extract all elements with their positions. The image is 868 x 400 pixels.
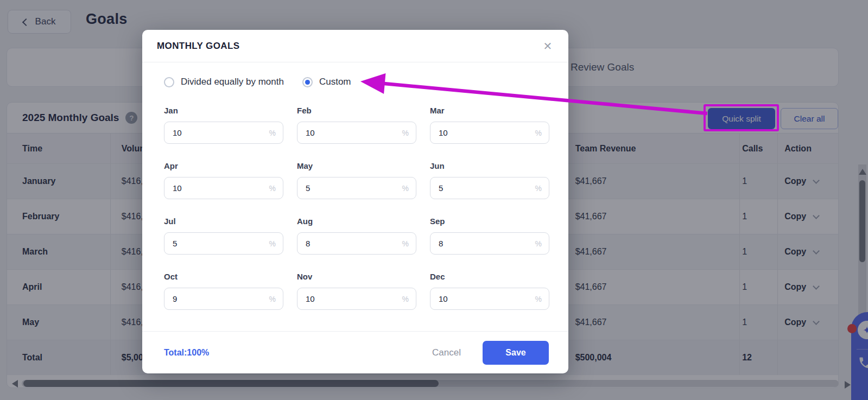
month-input-wrap: % bbox=[430, 288, 549, 310]
cancel-button[interactable]: Cancel bbox=[432, 347, 461, 358]
radio-selected-icon bbox=[302, 77, 313, 87]
month-label: Nov bbox=[297, 272, 416, 281]
month-field: Feb % bbox=[297, 106, 416, 144]
percent-suffix: % bbox=[535, 295, 542, 303]
percent-suffix: % bbox=[269, 239, 276, 248]
monthly-goals-modal: MONTHLY GOALS ✕ Divided equally by month… bbox=[142, 30, 568, 373]
month-input-wrap: % bbox=[430, 122, 549, 144]
month-input-wrap: % bbox=[297, 232, 416, 255]
month-input-wrap: % bbox=[297, 288, 416, 310]
month-label: Feb bbox=[297, 106, 416, 115]
month-field: Aug % bbox=[297, 217, 416, 255]
month-grid: Jan % Feb % Mar % Apr % May % bbox=[164, 106, 568, 327]
month-field: Apr % bbox=[164, 161, 283, 199]
month-percent-input[interactable] bbox=[297, 288, 416, 310]
month-percent-input[interactable] bbox=[430, 177, 549, 199]
month-label: Mar bbox=[430, 106, 549, 115]
month-percent-input[interactable] bbox=[430, 288, 549, 310]
month-percent-input[interactable] bbox=[430, 122, 549, 144]
month-field: Nov % bbox=[297, 272, 416, 310]
total-percentage-label: Total:100% bbox=[164, 348, 432, 358]
modal-footer: Total:100% Cancel Save bbox=[142, 331, 568, 373]
month-field: Jul % bbox=[164, 217, 283, 255]
radio-unselected-icon bbox=[164, 77, 174, 87]
month-input-wrap: % bbox=[164, 232, 283, 255]
month-input-wrap: % bbox=[297, 177, 416, 199]
month-percent-input[interactable] bbox=[297, 122, 416, 144]
month-percent-input[interactable] bbox=[164, 177, 283, 199]
divided-equally-radio[interactable]: Divided equally by month bbox=[164, 77, 284, 87]
month-label: Aug bbox=[297, 217, 416, 226]
month-label: May bbox=[297, 161, 416, 170]
month-input-wrap: % bbox=[164, 288, 283, 310]
month-field: Sep % bbox=[430, 217, 549, 255]
month-input-wrap: % bbox=[164, 122, 283, 144]
close-icon[interactable]: ✕ bbox=[540, 39, 555, 54]
month-field: Dec % bbox=[430, 272, 549, 310]
month-percent-input[interactable] bbox=[164, 288, 283, 310]
percent-suffix: % bbox=[535, 239, 542, 248]
percent-suffix: % bbox=[402, 129, 409, 137]
month-input-wrap: % bbox=[430, 177, 549, 199]
percent-suffix: % bbox=[535, 129, 542, 137]
modal-title: MONTHLY GOALS bbox=[157, 41, 540, 52]
month-label: Jan bbox=[164, 106, 283, 115]
month-input-wrap: % bbox=[430, 232, 549, 255]
percent-suffix: % bbox=[269, 129, 276, 137]
custom-radio[interactable]: Custom bbox=[302, 77, 351, 87]
month-field: May % bbox=[297, 161, 416, 199]
month-label: Sep bbox=[430, 217, 549, 226]
percent-suffix: % bbox=[269, 295, 276, 303]
month-percent-input[interactable] bbox=[164, 122, 283, 144]
month-field: Jun % bbox=[430, 161, 549, 199]
percent-suffix: % bbox=[402, 239, 409, 248]
month-field: Mar % bbox=[430, 106, 549, 144]
custom-label: Custom bbox=[319, 77, 351, 87]
percent-suffix: % bbox=[402, 184, 409, 193]
month-percent-input[interactable] bbox=[297, 232, 416, 255]
percent-suffix: % bbox=[402, 295, 409, 303]
modal-header: MONTHLY GOALS ✕ bbox=[142, 30, 568, 62]
split-mode-options: Divided equally by month Custom bbox=[164, 77, 568, 87]
month-label: Apr bbox=[164, 161, 283, 170]
month-label: Jul bbox=[164, 217, 283, 226]
app-canvas: Back Goals Review Goals 2025 Monthly Goa… bbox=[0, 0, 868, 400]
month-field: Jan % bbox=[164, 106, 283, 144]
month-input-wrap: % bbox=[164, 177, 283, 199]
month-percent-input[interactable] bbox=[297, 177, 416, 199]
month-percent-input[interactable] bbox=[164, 232, 283, 255]
save-button[interactable]: Save bbox=[483, 341, 549, 365]
month-input-wrap: % bbox=[297, 122, 416, 144]
percent-suffix: % bbox=[269, 184, 276, 193]
month-label: Dec bbox=[430, 272, 549, 281]
month-percent-input[interactable] bbox=[430, 232, 549, 255]
month-field: Oct % bbox=[164, 272, 283, 310]
divided-equally-label: Divided equally by month bbox=[181, 77, 284, 87]
month-label: Oct bbox=[164, 272, 283, 281]
month-label: Jun bbox=[430, 161, 549, 170]
percent-suffix: % bbox=[535, 184, 542, 193]
